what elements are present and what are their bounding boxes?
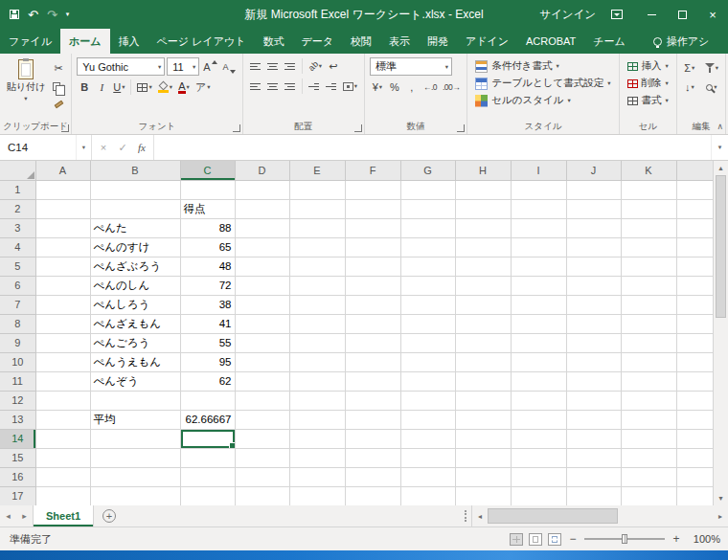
cell-I7[interactable] [511, 295, 566, 314]
cell-A15[interactable] [35, 448, 90, 467]
cell-D15[interactable] [235, 448, 289, 467]
row-header-10[interactable]: 10 [0, 352, 35, 371]
cell-overflow-7[interactable] [676, 295, 713, 314]
row-header-13[interactable]: 13 [0, 410, 35, 429]
cell-K15[interactable] [621, 448, 676, 467]
cell-I12[interactable] [511, 391, 566, 410]
comma-style-button[interactable]: , [404, 78, 420, 96]
middle-align-button[interactable] [265, 57, 281, 75]
cell-D14[interactable] [235, 429, 289, 448]
row-header-3[interactable]: 3 [0, 218, 35, 237]
cell-K2[interactable] [621, 199, 676, 218]
cell-A7[interactable] [35, 295, 90, 314]
delete-cells-button[interactable]: 削除▾ [625, 75, 671, 92]
cell-D10[interactable] [235, 352, 289, 371]
save-icon[interactable] [10, 10, 19, 19]
cell-E6[interactable] [289, 276, 345, 295]
name-box-dropdown-icon[interactable]: ▾ [76, 135, 91, 160]
row-header-8[interactable]: 8 [0, 314, 35, 333]
cell-overflow-16[interactable] [676, 467, 713, 486]
cell-B5[interactable]: ぺんざぶろう [90, 257, 180, 276]
cell-G5[interactable] [400, 257, 455, 276]
cell-A12[interactable] [35, 391, 90, 410]
decrease-indent-button[interactable] [307, 78, 322, 95]
cell-I4[interactable] [511, 237, 566, 257]
insert-function-icon[interactable]: fx [132, 142, 151, 153]
cell-B14[interactable] [90, 429, 180, 448]
cell-E3[interactable] [289, 218, 345, 237]
column-header-H[interactable]: H [455, 161, 511, 180]
name-box[interactable]: C14 ▾ [0, 135, 92, 160]
tab-acrobat[interactable]: ACROBAT [517, 29, 584, 54]
percent-style-button[interactable]: % [387, 78, 402, 96]
sign-in-button[interactable]: サインイン [539, 8, 596, 22]
cell-G11[interactable] [400, 371, 455, 391]
cell-E16[interactable] [289, 467, 345, 486]
zoom-slider[interactable] [584, 532, 665, 546]
cell-J9[interactable] [566, 333, 621, 352]
cell-B15[interactable] [90, 448, 180, 467]
cell-H9[interactable] [455, 333, 511, 352]
cell-J7[interactable] [566, 295, 621, 314]
cell-A9[interactable] [35, 333, 90, 352]
column-header-I[interactable]: I [511, 161, 566, 180]
cell-H7[interactable] [455, 295, 511, 314]
cell-D4[interactable] [235, 237, 289, 257]
cell-K1[interactable] [621, 180, 676, 199]
cell-B7[interactable]: ぺんしろう [90, 295, 180, 314]
align-right-button[interactable] [283, 78, 298, 95]
cell-H6[interactable] [455, 276, 511, 295]
cell-E2[interactable] [289, 199, 345, 218]
cell-E15[interactable] [289, 448, 345, 467]
cell-C1[interactable] [180, 180, 235, 199]
currency-format-button[interactable]: ¥▾ [370, 78, 385, 96]
normal-view-button[interactable] [510, 533, 523, 546]
cell-A16[interactable] [35, 467, 90, 486]
cell-H17[interactable] [455, 486, 511, 505]
alignment-dialog-launcher-icon[interactable] [354, 124, 362, 132]
cell-F1[interactable] [345, 180, 400, 199]
merge-center-button[interactable]: ▾ [341, 78, 359, 95]
cell-D17[interactable] [235, 486, 289, 505]
cell-H1[interactable] [455, 180, 511, 199]
column-header-E[interactable]: E [289, 161, 345, 180]
cell-K7[interactable] [621, 295, 676, 314]
bold-button[interactable]: B [77, 78, 92, 96]
decrease-decimal-button[interactable]: .00→ [441, 78, 462, 96]
format-cells-button[interactable]: 書式▾ [625, 92, 671, 109]
cell-F2[interactable] [345, 199, 400, 218]
cell-G17[interactable] [400, 486, 455, 505]
cell-I6[interactable] [511, 276, 566, 295]
cell-H4[interactable] [455, 237, 511, 257]
paste-button[interactable]: 貼り付け ▾ [5, 57, 47, 113]
cell-G12[interactable] [400, 391, 455, 410]
autosum-button[interactable]: Σ▾ [682, 59, 697, 77]
tab-addins[interactable]: アドイン [457, 29, 517, 54]
center-button[interactable] [265, 78, 281, 95]
cell-C11[interactable]: 62 [180, 371, 235, 391]
cell-overflow-12[interactable] [676, 391, 713, 410]
zoom-level[interactable]: 100% [688, 533, 720, 545]
cell-I9[interactable] [511, 333, 566, 352]
row-header-2[interactable]: 2 [0, 199, 35, 218]
borders-button[interactable]: ▾ [135, 78, 153, 96]
cell-I13[interactable] [511, 410, 566, 429]
cell-I5[interactable] [511, 257, 566, 276]
cell-D13[interactable] [235, 410, 289, 429]
increase-font-size-button[interactable]: A [201, 58, 218, 76]
cell-K10[interactable] [621, 352, 676, 371]
number-format-combobox[interactable]: 標準▾ [370, 57, 452, 76]
cell-D16[interactable] [235, 467, 289, 486]
cell-E9[interactable] [289, 333, 345, 352]
cell-B8[interactable]: ぺんざえもん [90, 314, 180, 333]
row-header-1[interactable]: 1 [0, 180, 35, 199]
tab-insert[interactable]: 挿入 [110, 29, 148, 54]
cell-K4[interactable] [621, 237, 676, 257]
column-header-F[interactable]: F [345, 161, 400, 180]
cell-E4[interactable] [289, 237, 345, 257]
select-all-button[interactable] [0, 161, 35, 180]
cell-F15[interactable] [345, 448, 400, 467]
page-break-view-button[interactable] [548, 533, 561, 546]
horizontal-scrollbar[interactable]: ◂ ▸ [471, 505, 728, 526]
cell-F10[interactable] [345, 352, 400, 371]
